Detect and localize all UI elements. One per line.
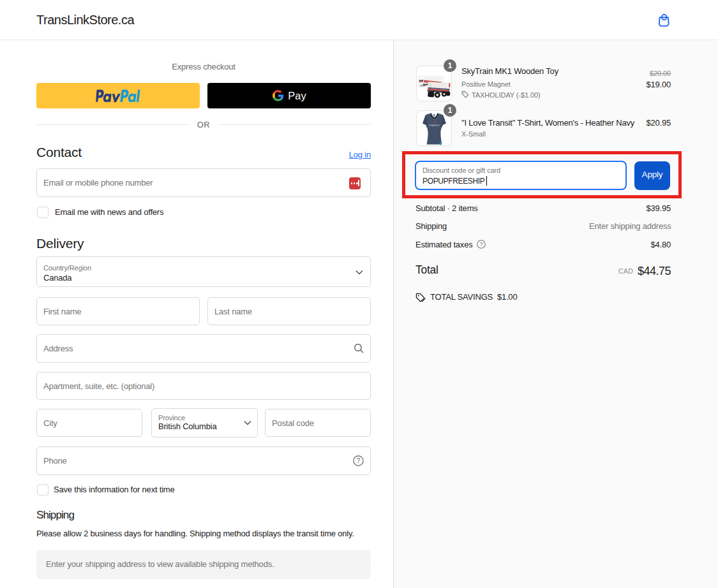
svg-text:TRANSIT: TRANSIT [428, 124, 440, 127]
svg-text:?: ? [480, 241, 483, 247]
svg-text:?: ? [357, 457, 361, 464]
